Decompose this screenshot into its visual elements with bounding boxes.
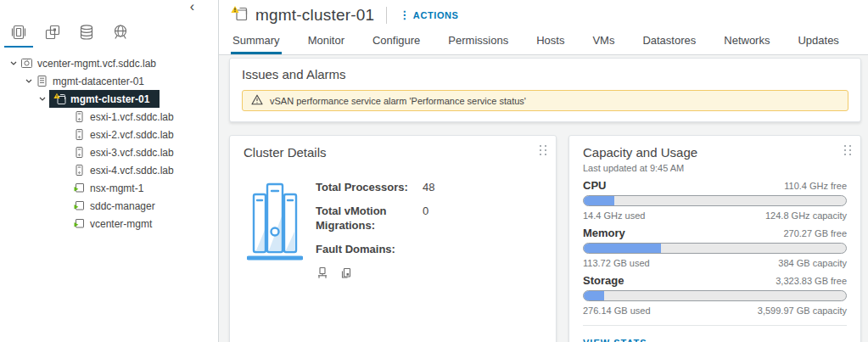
cpu-usage-fill	[584, 196, 614, 205]
tree-item-cluster-selected[interactable]: mgmt-cluster-01	[0, 90, 218, 108]
tab-hosts[interactable]: Hosts	[536, 34, 564, 54]
issues-and-alarms-card: Issues and Alarms vSAN performance servi…	[229, 58, 861, 122]
tab-vms[interactable]: VMs	[592, 34, 614, 54]
cluster-details-body: Total Processors: 48 Total vMotion Migra…	[244, 177, 542, 283]
tree-item-label: nsx-mgmt-1	[90, 182, 143, 194]
tree-item-vm[interactable]: vcenter-mgmt	[0, 215, 218, 233]
memory-usage-fill	[584, 244, 661, 253]
vms-and-templates-icon	[43, 23, 62, 44]
tab-permissions[interactable]: Permissions	[448, 34, 508, 54]
cpu-meter: CPU 110.4 GHz free 14.4 GHz used 124.8 G…	[583, 179, 847, 221]
cluster-details-card: Cluster Details	[229, 135, 557, 342]
last-updated-text: Last updated at 9:45 AM	[583, 163, 847, 173]
hosts-and-clusters-icon	[9, 23, 28, 44]
host-topology-icon[interactable]	[316, 266, 329, 283]
cluster-related-icons	[316, 266, 434, 283]
vm-powered-on-icon	[73, 217, 86, 230]
tab-configure[interactable]: Configure	[372, 34, 420, 54]
host-icon	[73, 146, 86, 159]
cluster-illustration-icon	[247, 177, 303, 283]
cluster-details-title: Cluster Details	[244, 145, 542, 160]
tab-summary[interactable]: Summary	[232, 34, 280, 54]
tree-item-host[interactable]: esxi-1.vcf.sddc.lab	[0, 108, 218, 126]
selected-tree-item: mgmt-cluster-01	[49, 90, 160, 108]
tree-item-host[interactable]: esxi-3.vcf.sddc.lab	[0, 143, 218, 161]
field-label: Fault Domains:	[316, 243, 423, 257]
meter-name: Memory	[583, 227, 625, 239]
cluster-warning-icon	[231, 5, 248, 25]
nav-tab-vms-and-templates[interactable]	[36, 20, 70, 46]
storage-icon	[77, 23, 96, 44]
chevron-down-icon[interactable]	[22, 79, 36, 83]
storage-usage-fill	[584, 291, 604, 300]
navigation-sidebar: ‹	[0, 0, 219, 342]
memory-usage-bar	[583, 243, 847, 254]
vm-document-icon[interactable]	[339, 266, 352, 283]
tab-networks[interactable]: Networks	[724, 34, 770, 54]
chevron-down-icon[interactable]	[36, 97, 49, 101]
view-stats-link[interactable]: VIEW STATS	[583, 338, 647, 342]
nav-tab-networking[interactable]	[104, 20, 137, 46]
vm-powered-on-icon	[73, 199, 86, 212]
meter-free: 3,323.83 GB free	[776, 276, 847, 286]
field-label: Total Processors:	[316, 181, 423, 195]
tab-datastores[interactable]: Datastores	[642, 34, 696, 54]
card-footer: VIEW STATS	[583, 325, 847, 342]
networking-icon	[111, 23, 130, 44]
meter-capacity: 124.8 GHz capacity	[765, 210, 847, 221]
summary-cards-row: Cluster Details	[229, 135, 861, 342]
alarm-text: vSAN performance service alarm 'Performa…	[270, 96, 526, 106]
tree-item-host[interactable]: esxi-4.vcf.sddc.lab	[0, 161, 218, 179]
actions-menu-button[interactable]: ⋮ ACTIONS	[399, 10, 458, 20]
inventory-tree: vcenter-mgmt.vcf.sddc.lab mgmt-datacente…	[0, 54, 218, 233]
nav-tab-storage[interactable]	[70, 20, 104, 46]
tree-item-label: sddc-manager	[90, 200, 155, 212]
tab-monitor[interactable]: Monitor	[308, 34, 344, 54]
header-divider	[386, 7, 387, 24]
field-total-processors: Total Processors: 48	[316, 181, 434, 195]
meter-capacity: 384 GB capacity	[778, 258, 847, 268]
summary-content: Issues and Alarms vSAN performance servi…	[219, 55, 868, 342]
tree-item-host[interactable]: esxi-2.vcf.sddc.lab	[0, 126, 218, 143]
field-vmotion-migrations: Total vMotion Migrations: 0	[316, 205, 434, 233]
field-fault-domains: Fault Domains:	[316, 243, 434, 257]
page-title: mgmt-cluster-01	[255, 6, 374, 25]
meter-used: 276.14 GB used	[583, 306, 651, 316]
warning-triangle-icon	[251, 94, 263, 107]
nav-tab-hosts-and-clusters[interactable]	[2, 20, 36, 46]
vsan-alarm-banner[interactable]: vSAN performance service alarm 'Performa…	[242, 90, 848, 111]
tree-item-label: vcenter-mgmt.vcf.sddc.lab	[37, 58, 156, 70]
tree-item-vm[interactable]: sddc-manager	[0, 197, 218, 215]
tree-item-vm[interactable]: nsx-mgmt-1	[0, 179, 218, 197]
sidebar-collapse-button[interactable]: ‹	[190, 0, 194, 14]
tree-item-label: esxi-3.vcf.sddc.lab	[90, 147, 174, 159]
tree-item-label: esxi-1.vcf.sddc.lab	[90, 111, 174, 123]
actions-label: ACTIONS	[413, 10, 459, 20]
tree-item-label: mgmt-datacenter-01	[53, 76, 144, 87]
storage-usage-bar	[583, 290, 847, 301]
host-icon	[73, 110, 86, 123]
inventory-view-switcher	[0, 0, 218, 46]
chevron-down-icon[interactable]	[7, 61, 20, 65]
meter-used: 113.72 GB used	[583, 258, 650, 268]
drag-handle-icon[interactable]	[539, 144, 547, 159]
field-value: 48	[423, 181, 434, 195]
field-value: 0	[423, 205, 428, 233]
meter-used: 14.4 GHz used	[583, 210, 645, 221]
tree-item-datacenter[interactable]: mgmt-datacenter-01	[0, 72, 218, 90]
meter-name: CPU	[583, 179, 606, 192]
tree-item-label: esxi-2.vcf.sddc.lab	[90, 129, 174, 141]
object-tabs: Summary Monitor Configure Permissions Ho…	[219, 27, 868, 55]
capacity-title: Capacity and Usage	[583, 145, 847, 160]
vcenter-server-icon	[20, 57, 33, 70]
storage-meter: Storage 3,323.83 GB free 276.14 GB used …	[583, 274, 847, 316]
cluster-details-fields: Total Processors: 48 Total vMotion Migra…	[316, 177, 434, 283]
tab-updates[interactable]: Updates	[798, 34, 838, 54]
drag-handle-icon[interactable]	[843, 144, 852, 159]
issues-and-alarms-title: Issues and Alarms	[242, 67, 848, 81]
field-label: Total vMotion Migrations:	[316, 205, 423, 233]
tree-item-vcenter[interactable]: vcenter-mgmt.vcf.sddc.lab	[0, 54, 218, 72]
meter-free: 270.27 GB free	[783, 228, 847, 238]
host-icon	[73, 164, 86, 177]
memory-meter: Memory 270.27 GB free 113.72 GB used 384…	[583, 227, 847, 268]
